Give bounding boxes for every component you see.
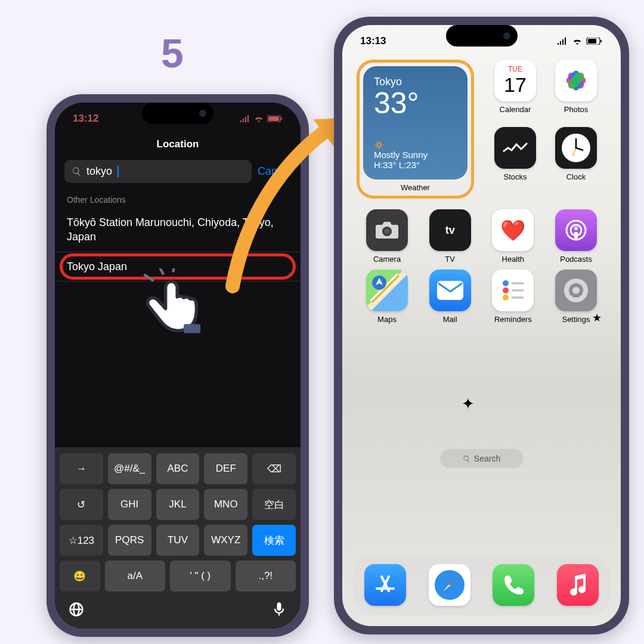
svg-rect-2 [281,117,282,120]
svg-line-5 [145,275,153,280]
app-label: Stocks [485,172,546,181]
app-maps[interactable]: Maps [357,270,417,324]
stocks-icon [502,141,528,155]
app-label: Health [482,255,543,264]
key-wxyz[interactable]: WXYZ [204,525,247,556]
svg-rect-9 [600,40,602,42]
svg-line-3 [159,268,163,274]
camera-icon [374,220,400,240]
svg-point-29 [503,287,509,293]
svg-line-4 [174,268,175,271]
search-input[interactable]: tokyo [64,160,252,183]
dynamic-island [142,103,213,124]
cancel-button[interactable]: Cancel [258,165,291,178]
key-symbols[interactable]: @#/&_ [108,453,151,484]
app-reminders[interactable]: Reminders [482,270,543,324]
key-punct[interactable]: .,?! [236,561,296,592]
key-pqrs[interactable]: PQRS [108,525,151,556]
app-label: Podcasts [546,255,606,264]
svg-rect-1 [268,116,279,121]
svg-point-25 [574,227,578,230]
key-backspace[interactable]: ⌫ [252,453,296,484]
dock [353,555,610,615]
app-tv[interactable]: tvTV [420,209,481,264]
key-jkl[interactable]: JKL [156,489,200,520]
app-photos[interactable]: Photos [546,60,606,114]
section-header: Other Locations [55,191,301,208]
app-health[interactable]: ❤️Health [482,209,543,264]
result-label: Tokyo Japan [67,261,127,273]
calendar-date: 17 [504,73,527,97]
text-caret [117,166,119,178]
key-abc[interactable]: ABC [156,453,200,484]
weather-condition: Mostly Sunny [374,150,457,160]
key-ghi[interactable]: GHI [108,489,151,520]
svg-point-36 [572,287,580,294]
clock-icon [561,132,592,163]
search-value: tokyo [86,165,112,178]
search-icon [463,455,470,463]
keyboard[interactable]: → @#/&_ ABC DEF ⌫ ↺ GHI JKL MNO 空白 ☆123 … [55,447,301,628]
mail-icon [437,281,463,300]
app-clock[interactable]: Clock [546,127,606,181]
app-label: Reminders [482,315,543,324]
home-search[interactable]: Search [440,449,524,468]
mic-icon[interactable] [271,601,287,618]
key-quotes[interactable]: ' " ( ) [170,561,230,592]
widget-highlight: Tokyo 33° 🔅 Mostly Sunny H:33° L:23° Wea… [357,60,474,199]
svg-rect-6 [184,324,200,333]
search-label: Search [474,454,500,463]
app-camera[interactable]: Camera [357,209,417,264]
key-emoji[interactable]: 😀 [60,561,100,592]
dock-appstore[interactable] [364,564,406,606]
app-label: Calendar [485,105,546,114]
status-icons [240,115,283,122]
step-number: 5 [161,30,184,76]
svg-point-22 [384,228,390,234]
status-icons [556,38,603,45]
app-podcasts[interactable]: Podcasts [546,209,606,264]
result-station[interactable]: Tōkyō Station Marunouchi, Chiyoda, Tokyo… [55,208,301,252]
key-space[interactable]: 空白 [252,489,296,520]
key-tuv[interactable]: TUV [156,525,200,556]
phone-location-search: 13:12 Location tokyo Cancel Other Locati… [47,94,309,637]
svg-point-28 [503,280,509,286]
dock-phone[interactable] [493,564,534,606]
status-time: 13:12 [73,113,98,125]
calendar-day: TUE [508,65,522,73]
key-123[interactable]: ☆123 [60,525,103,556]
app-mail[interactable]: Mail [420,270,481,324]
photos-icon [563,67,589,94]
app-stocks[interactable]: Stocks [485,127,546,181]
app-label: Clock [546,172,606,181]
phone-home-screen: 13:13 Tokyo 33° [334,17,629,634]
globe-icon[interactable] [68,601,85,618]
key-next[interactable]: → [60,453,103,484]
modal-title: Location [55,135,301,160]
gear-icon [562,276,590,305]
key-search[interactable]: 検索 [252,525,296,556]
app-label: Photos [546,105,606,114]
weather-widget[interactable]: Tokyo 33° 🔅 Mostly Sunny H:33° L:23° [363,66,467,179]
dock-music[interactable] [557,564,599,606]
key-case[interactable]: a/A [105,561,165,592]
key-def[interactable]: DEF [204,453,247,484]
sparkle-icon: ✦ [462,395,475,413]
svg-rect-8 [588,39,596,44]
safari-icon [432,568,467,602]
app-label: Mail [420,315,481,324]
phone-icon [501,573,525,597]
tap-cursor-icon [137,268,215,340]
app-label: Camera [357,255,417,264]
svg-point-30 [503,295,509,301]
weather-range: H:33° L:23° [374,160,457,170]
svg-rect-27 [437,281,463,300]
key-mno[interactable]: MNO [204,489,247,520]
reminders-icon [500,277,526,304]
dock-safari[interactable] [429,564,470,606]
appstore-icon [373,573,397,597]
key-undo[interactable]: ↺ [60,489,103,520]
podcasts-icon [564,218,588,242]
app-calendar[interactable]: TUE 17 Calendar [485,60,546,114]
maps-icon [366,270,408,311]
